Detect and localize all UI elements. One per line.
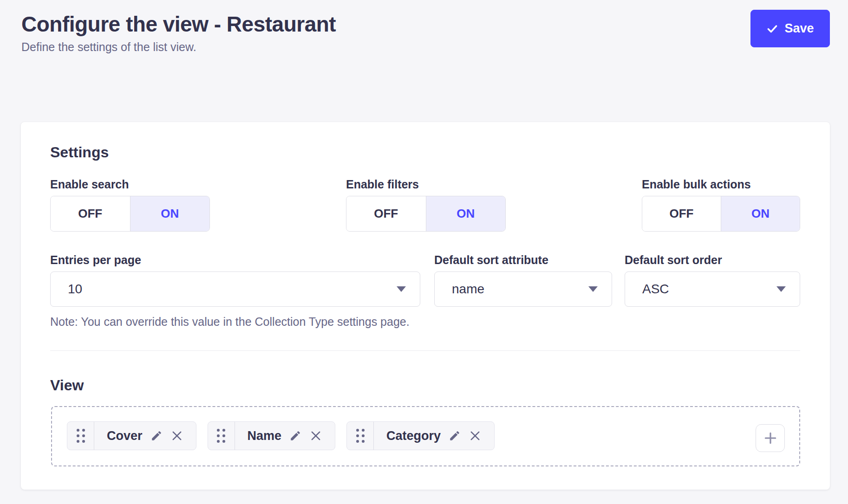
drag-handle[interactable] (67, 422, 94, 450)
section-divider (50, 350, 800, 351)
enable-bulk-actions-toggle: OFF ON (642, 196, 800, 232)
close-icon (309, 429, 322, 442)
default-sort-order-field: Default sort order ASC (625, 253, 800, 307)
enable-filters-field: Enable filters OFF ON (346, 177, 506, 232)
page-header: Configure the view - Restaurant Define t… (21, 12, 336, 54)
enable-search-field: Enable search OFF ON (50, 177, 210, 232)
default-sort-attribute-label: Default sort attribute (434, 253, 612, 267)
caret-down-icon (397, 286, 406, 292)
check-icon (766, 23, 778, 35)
enable-search-label: Enable search (50, 177, 210, 191)
remove-field-button[interactable] (469, 429, 482, 442)
pencil-icon (289, 430, 301, 442)
entries-per-page-note: Note: You can override this value in the… (50, 315, 420, 329)
field-chip-name: Name (208, 421, 336, 450)
edit-field-button[interactable] (289, 430, 301, 442)
pencil-icon (449, 430, 461, 442)
drag-handle-icon (217, 429, 225, 443)
drag-handle[interactable] (208, 422, 235, 450)
field-chip-category: Category (346, 421, 495, 450)
default-sort-attribute-field: Default sort attribute name (434, 253, 612, 307)
view-fields-row: Cover (67, 421, 495, 450)
enable-bulk-actions-off-option[interactable]: OFF (642, 196, 721, 231)
default-sort-order-value: ASC (642, 282, 669, 297)
save-button[interactable]: Save (750, 10, 830, 47)
enable-filters-label: Enable filters (346, 177, 506, 191)
caret-down-icon (776, 286, 786, 292)
close-icon (469, 429, 482, 442)
caret-down-icon (588, 286, 598, 292)
page-subtitle: Define the settings of the list view. (21, 40, 336, 54)
remove-field-button[interactable] (309, 429, 322, 442)
edit-field-button[interactable] (449, 430, 461, 442)
field-chip-label: Category (386, 429, 441, 443)
entries-per-page-value: 10 (68, 282, 82, 297)
entries-per-page-field: Entries per page 10 Note: You can overri… (50, 253, 420, 329)
view-heading: View (50, 376, 84, 394)
default-sort-attribute-value: name (452, 282, 484, 297)
field-chip-cover: Cover (67, 421, 196, 450)
close-icon (170, 429, 183, 442)
field-chip-label: Name (248, 429, 282, 443)
drag-handle-icon (356, 429, 365, 443)
view-fields-dropzone: Cover (51, 406, 800, 466)
plus-icon (763, 431, 778, 446)
enable-bulk-actions-field: Enable bulk actions OFF ON (642, 177, 800, 232)
default-sort-order-select[interactable]: ASC (625, 271, 800, 307)
entries-per-page-label: Entries per page (50, 253, 420, 267)
settings-heading: Settings (50, 143, 109, 161)
enable-search-toggle: OFF ON (50, 196, 210, 232)
drag-handle-icon (77, 429, 85, 443)
enable-search-off-option[interactable]: OFF (51, 196, 130, 231)
enable-bulk-actions-label: Enable bulk actions (642, 177, 800, 191)
entries-per-page-select[interactable]: 10 (50, 271, 420, 307)
enable-search-on-option[interactable]: ON (130, 196, 210, 231)
remove-field-button[interactable] (170, 429, 183, 442)
add-field-button[interactable] (756, 424, 785, 452)
default-sort-attribute-select[interactable]: name (434, 271, 612, 307)
drag-handle[interactable] (347, 422, 374, 450)
enable-bulk-actions-on-option[interactable]: ON (721, 196, 800, 231)
enable-filters-off-option[interactable]: OFF (346, 196, 426, 231)
pencil-icon (150, 430, 163, 442)
default-sort-order-label: Default sort order (625, 253, 800, 267)
field-chip-label: Cover (107, 429, 143, 443)
save-button-label: Save (784, 21, 814, 36)
page-title: Configure the view - Restaurant (21, 12, 336, 36)
enable-filters-toggle: OFF ON (346, 196, 506, 232)
enable-filters-on-option[interactable]: ON (426, 196, 506, 231)
edit-field-button[interactable] (150, 430, 163, 442)
settings-card: Settings Enable search OFF ON Enable fil… (21, 122, 830, 490)
